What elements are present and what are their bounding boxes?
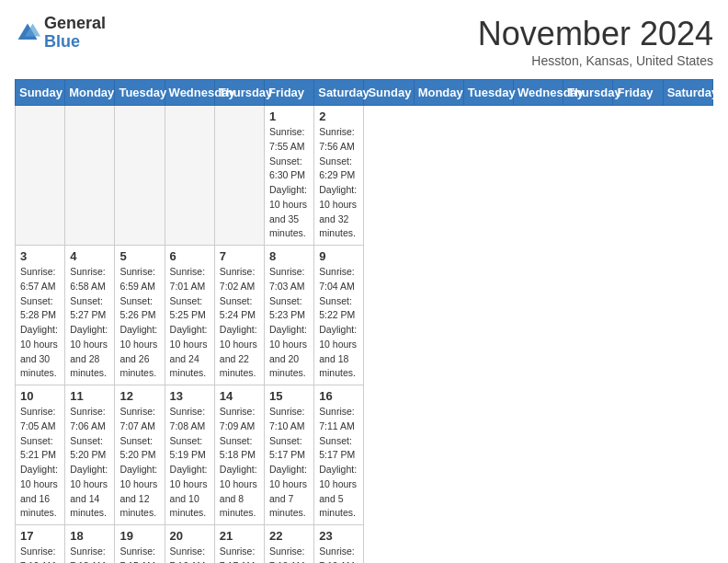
calendar-cell: 18Sunrise: 7:13 AM Sunset: 5:15 PM Dayli…: [65, 525, 115, 564]
calendar-header-row: SundayMondayTuesdayWednesdayThursdayFrid…: [16, 80, 713, 106]
calendar-table: SundayMondayTuesdayWednesdayThursdayFrid…: [15, 79, 713, 563]
day-number: 10: [20, 389, 60, 403]
calendar-cell: 20Sunrise: 7:16 AM Sunset: 5:14 PM Dayli…: [165, 525, 214, 564]
calendar-cell: 19Sunrise: 7:15 AM Sunset: 5:15 PM Dayli…: [115, 525, 165, 564]
day-info: Sunrise: 7:03 AM Sunset: 5:23 PM Dayligh…: [269, 265, 309, 381]
title-block: November 2024 Hesston, Kansas, United St…: [478, 15, 713, 68]
calendar-cell: 2Sunrise: 7:56 AM Sunset: 6:29 PM Daylig…: [314, 106, 364, 246]
day-number: 16: [319, 389, 358, 403]
month-title: November 2024: [478, 15, 713, 53]
calendar-cell: 22Sunrise: 7:18 AM Sunset: 5:13 PM Dayli…: [265, 525, 314, 564]
calendar-cell: 14Sunrise: 7:09 AM Sunset: 5:18 PM Dayli…: [214, 385, 264, 525]
day-info: Sunrise: 7:07 AM Sunset: 5:20 PM Dayligh…: [119, 405, 159, 521]
day-info: Sunrise: 6:57 AM Sunset: 5:28 PM Dayligh…: [20, 265, 60, 381]
day-number: 7: [220, 249, 259, 263]
day-number: 17: [20, 529, 60, 543]
day-of-week-header: Friday: [613, 80, 663, 106]
calendar-cell: 10Sunrise: 7:05 AM Sunset: 5:21 PM Dayli…: [16, 385, 65, 525]
day-info: Sunrise: 7:19 AM Sunset: 5:12 PM Dayligh…: [319, 545, 358, 563]
day-number: 19: [119, 529, 159, 543]
day-number: 5: [119, 249, 159, 263]
day-info: Sunrise: 7:02 AM Sunset: 5:24 PM Dayligh…: [220, 265, 259, 381]
day-number: 11: [70, 389, 109, 403]
day-of-week-header: Thursday: [214, 80, 264, 106]
day-of-week-header: Wednesday: [165, 80, 214, 106]
day-info: Sunrise: 7:55 AM Sunset: 6:30 PM Dayligh…: [269, 125, 309, 241]
calendar-cell: 23Sunrise: 7:19 AM Sunset: 5:12 PM Dayli…: [314, 525, 364, 564]
day-number: 18: [70, 529, 109, 543]
calendar-cell: 6Sunrise: 7:01 AM Sunset: 5:25 PM Daylig…: [165, 246, 214, 385]
day-number: 6: [170, 249, 210, 263]
location-subtitle: Hesston, Kansas, United States: [478, 53, 713, 68]
day-number: 4: [70, 249, 109, 263]
calendar-cell: [115, 106, 165, 246]
day-info: Sunrise: 7:10 AM Sunset: 5:17 PM Dayligh…: [269, 405, 309, 521]
day-number: 12: [119, 389, 159, 403]
calendar-cell: 11Sunrise: 7:06 AM Sunset: 5:20 PM Dayli…: [65, 385, 115, 525]
logo-general-text: General: [44, 14, 106, 32]
day-info: Sunrise: 7:12 AM Sunset: 5:16 PM Dayligh…: [20, 545, 60, 563]
day-number: 20: [170, 529, 210, 543]
day-of-week-header: Monday: [414, 80, 463, 106]
day-number: 3: [20, 249, 60, 263]
day-info: Sunrise: 7:01 AM Sunset: 5:25 PM Dayligh…: [170, 265, 210, 381]
calendar-cell: 15Sunrise: 7:10 AM Sunset: 5:17 PM Dayli…: [265, 385, 314, 525]
day-info: Sunrise: 7:05 AM Sunset: 5:21 PM Dayligh…: [20, 405, 60, 521]
calendar-cell: 16Sunrise: 7:11 AM Sunset: 5:17 PM Dayli…: [314, 385, 364, 525]
page-header: General Blue November 2024 Hesston, Kans…: [15, 15, 713, 68]
day-info: Sunrise: 7:09 AM Sunset: 5:18 PM Dayligh…: [220, 405, 259, 521]
day-number: 14: [220, 389, 259, 403]
calendar-cell: 7Sunrise: 7:02 AM Sunset: 5:24 PM Daylig…: [214, 246, 264, 385]
day-number: 15: [269, 389, 309, 403]
calendar-cell: 17Sunrise: 7:12 AM Sunset: 5:16 PM Dayli…: [16, 525, 65, 564]
day-number: 21: [220, 529, 259, 543]
day-info: Sunrise: 6:59 AM Sunset: 5:26 PM Dayligh…: [119, 265, 159, 381]
calendar-cell: [16, 106, 65, 246]
day-number: 1: [269, 109, 309, 123]
calendar-week-row: 1Sunrise: 7:55 AM Sunset: 6:30 PM Daylig…: [16, 106, 713, 246]
calendar-cell: [65, 106, 115, 246]
day-of-week-header: Saturday: [314, 80, 364, 106]
calendar-cell: [214, 106, 264, 246]
day-info: Sunrise: 7:08 AM Sunset: 5:19 PM Dayligh…: [170, 405, 210, 521]
calendar-cell: 5Sunrise: 6:59 AM Sunset: 5:26 PM Daylig…: [115, 246, 165, 385]
day-of-week-header: Wednesday: [514, 80, 563, 106]
calendar-cell: 8Sunrise: 7:03 AM Sunset: 5:23 PM Daylig…: [265, 246, 314, 385]
calendar-week-row: 17Sunrise: 7:12 AM Sunset: 5:16 PM Dayli…: [16, 525, 713, 564]
day-of-week-header: Friday: [265, 80, 314, 106]
day-info: Sunrise: 7:04 AM Sunset: 5:22 PM Dayligh…: [319, 265, 358, 381]
day-info: Sunrise: 6:58 AM Sunset: 5:27 PM Dayligh…: [70, 265, 109, 381]
logo-icon: [15, 20, 40, 46]
logo: General Blue: [15, 15, 106, 52]
day-info: Sunrise: 7:06 AM Sunset: 5:20 PM Dayligh…: [70, 405, 109, 521]
calendar-cell: 4Sunrise: 6:58 AM Sunset: 5:27 PM Daylig…: [65, 246, 115, 385]
day-number: 23: [319, 529, 358, 543]
day-info: Sunrise: 7:18 AM Sunset: 5:13 PM Dayligh…: [269, 545, 309, 563]
day-info: Sunrise: 7:16 AM Sunset: 5:14 PM Dayligh…: [170, 545, 210, 563]
day-of-week-header: Sunday: [364, 80, 414, 106]
day-info: Sunrise: 7:11 AM Sunset: 5:17 PM Dayligh…: [319, 405, 358, 521]
day-of-week-header: Tuesday: [115, 80, 165, 106]
day-number: 9: [319, 249, 358, 263]
calendar-week-row: 3Sunrise: 6:57 AM Sunset: 5:28 PM Daylig…: [16, 246, 713, 385]
day-info: Sunrise: 7:56 AM Sunset: 6:29 PM Dayligh…: [319, 125, 358, 241]
day-of-week-header: Thursday: [563, 80, 613, 106]
calendar-cell: 13Sunrise: 7:08 AM Sunset: 5:19 PM Dayli…: [165, 385, 214, 525]
day-info: Sunrise: 7:13 AM Sunset: 5:15 PM Dayligh…: [70, 545, 109, 563]
day-of-week-header: Monday: [65, 80, 115, 106]
day-of-week-header: Sunday: [16, 80, 65, 106]
day-number: 2: [319, 109, 358, 123]
logo-blue-text: Blue: [44, 32, 80, 51]
day-number: 22: [269, 529, 309, 543]
day-of-week-header: Saturday: [663, 80, 712, 106]
calendar-cell: 3Sunrise: 6:57 AM Sunset: 5:28 PM Daylig…: [16, 246, 65, 385]
calendar-cell: 21Sunrise: 7:17 AM Sunset: 5:13 PM Dayli…: [214, 525, 264, 564]
calendar-week-row: 10Sunrise: 7:05 AM Sunset: 5:21 PM Dayli…: [16, 385, 713, 525]
calendar-cell: 9Sunrise: 7:04 AM Sunset: 5:22 PM Daylig…: [314, 246, 364, 385]
day-info: Sunrise: 7:15 AM Sunset: 5:15 PM Dayligh…: [119, 545, 159, 563]
day-info: Sunrise: 7:17 AM Sunset: 5:13 PM Dayligh…: [220, 545, 259, 563]
calendar-cell: 1Sunrise: 7:55 AM Sunset: 6:30 PM Daylig…: [265, 106, 314, 246]
day-of-week-header: Tuesday: [463, 80, 513, 106]
day-number: 8: [269, 249, 309, 263]
calendar-cell: 12Sunrise: 7:07 AM Sunset: 5:20 PM Dayli…: [115, 385, 165, 525]
